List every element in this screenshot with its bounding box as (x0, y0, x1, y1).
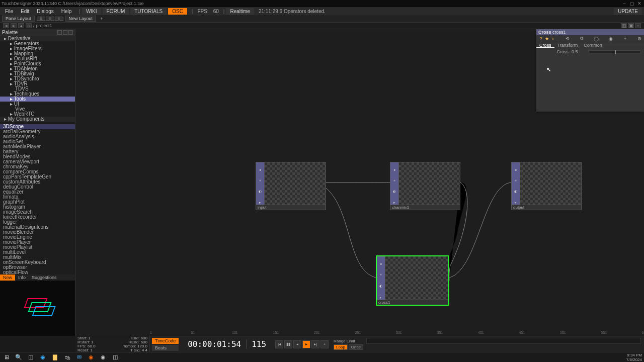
taskbar: ⊞ 🔍 ◫ ◉ ▇ 🛍 ✉ ◉ ◉ ◫ 9:34 PM 7/8/2024 (0, 352, 644, 362)
rewind-start-icon[interactable]: |◂ (275, 340, 283, 348)
circle-icon[interactable]: ◯ (594, 36, 599, 41)
update-button[interactable]: UPDATE (614, 8, 642, 15)
path-seg[interactable]: project1 (36, 23, 52, 28)
param-tab-common[interactable]: Common (581, 42, 605, 48)
step-back-icon[interactable]: ▮▮ (284, 340, 292, 348)
help-icon[interactable]: ? (538, 36, 543, 41)
taskview-icon[interactable]: ◫ (26, 353, 35, 361)
mail-icon[interactable]: ✉ (74, 353, 84, 361)
panelayout-drop[interactable]: Pane Layout (2, 16, 35, 22)
palette-tree[interactable]: ▸ Derivative▸ Generators▸ ImageFilters▸ … (0, 36, 75, 124)
step-fwd-icon[interactable]: ▸| (311, 340, 319, 348)
palette-list[interactable]: 3DScopearcBallGeometryaudioAnalysisaudio… (0, 124, 75, 275)
clock-date: 7/8/2024 (626, 357, 642, 362)
min-icon[interactable]: – (621, 1, 627, 6)
tab-suggestions[interactable]: Suggestions (29, 275, 60, 281)
parameter-panel: Cross cross1 ? ★ i ⟲ ⧉ ◯ ◉ + ⚙ Cross Tra… (536, 29, 644, 112)
tab-wiki[interactable]: WIKI (82, 8, 101, 15)
collapse-icon[interactable] (68, 30, 73, 35)
node-chanmix[interactable]: ●+◐▸ chanmix1 (390, 162, 460, 210)
play-icon[interactable]: ▸ (302, 340, 310, 348)
gear-icon[interactable]: ⚙ (637, 36, 642, 41)
clock-time: 9:34 PM (626, 353, 642, 357)
pane-split-icon[interactable]: ▥ (621, 23, 627, 28)
lang-icon[interactable]: ⟲ (565, 36, 570, 41)
search-icon[interactable]: 🔍 (14, 353, 23, 361)
close-icon[interactable]: ✕ (636, 1, 642, 6)
timecode-mode[interactable]: TimeCode (152, 338, 179, 344)
add-key-icon[interactable]: + (320, 340, 329, 348)
layout-preset[interactable] (41, 17, 45, 21)
port-dot-icon[interactable]: ● (258, 167, 262, 171)
palette-panel: Palette ▸ Derivative▸ Generators▸ ImageF… (0, 29, 75, 336)
folder-icon[interactable] (63, 30, 67, 35)
obs-icon[interactable]: ◉ (99, 353, 108, 361)
plus-icon[interactable]: + (622, 36, 627, 41)
palette-title: Palette (0, 29, 75, 36)
tab-new[interactable]: New (0, 275, 15, 281)
explorer-icon[interactable]: ▇ (50, 353, 59, 361)
frame-value[interactable]: 115 (246, 339, 271, 349)
port-eye-icon[interactable]: ◐ (258, 190, 262, 194)
pane-max-icon[interactable]: ▣ (628, 23, 634, 28)
menu-file[interactable]: File (2, 8, 16, 15)
list-item[interactable]: opticalFlow (0, 270, 75, 275)
once-button[interactable]: Once (349, 344, 363, 350)
star-icon[interactable]: ★ (544, 36, 549, 41)
param-name: cross1 (552, 30, 566, 35)
edge-icon[interactable]: ◉ (38, 353, 47, 361)
pane-close-icon[interactable]: ▫ (635, 23, 641, 28)
target-icon[interactable]: ◉ (608, 36, 613, 41)
port-plus-icon[interactable]: + (258, 178, 262, 183)
param-tab-cross[interactable]: Cross (536, 42, 554, 48)
start-icon[interactable]: ⊞ (2, 353, 11, 361)
nav-home-icon[interactable]: ⌂ (26, 23, 32, 28)
layout-bar: Pane Layout New Layout + (0, 15, 644, 22)
mode-realtime[interactable]: Realtime (226, 8, 254, 15)
param-slider[interactable] (589, 50, 641, 53)
refresh-icon[interactable] (57, 30, 62, 35)
nav-back-icon[interactable]: ◂ (3, 23, 9, 28)
port-arrow-icon[interactable]: ▸ (258, 201, 262, 205)
td-icon[interactable]: ◫ (111, 353, 120, 361)
store-icon[interactable]: 🛍 (62, 353, 71, 361)
param-tab-transform[interactable]: Transform (554, 42, 581, 48)
info-icon[interactable]: i (550, 36, 555, 41)
play-back-icon[interactable]: ◂ (293, 340, 301, 348)
layout-preset[interactable] (55, 17, 59, 21)
palette-preview (0, 281, 75, 336)
max-icon[interactable]: ▢ (629, 1, 635, 6)
timecode-submode[interactable]: Beats (152, 345, 179, 351)
add-layout-icon[interactable]: + (98, 16, 105, 21)
timecode-value[interactable]: 00:00:01:54 (183, 339, 246, 349)
timeline-track[interactable] (366, 338, 641, 344)
node-output[interactable]: ●+◐▸ output (511, 162, 582, 210)
layout-preset[interactable] (46, 17, 50, 21)
node-cross[interactable]: ●+◐▸ cross1 (376, 255, 449, 306)
tree-item[interactable]: ▸ TDVR (0, 81, 75, 86)
menubar: File Edit Dialogs Help | WIKI FORUM TUTO… (0, 7, 644, 15)
loop-button[interactable]: Loop (334, 344, 348, 350)
tab-info[interactable]: Info (15, 275, 29, 281)
layout-preset[interactable] (37, 17, 41, 21)
path-root[interactable]: / (33, 23, 35, 28)
copy-icon[interactable]: ⧉ (579, 36, 584, 41)
newlayout-drop[interactable]: New Layout (65, 16, 97, 22)
nav-up-icon[interactable]: ▴ (18, 23, 24, 28)
node-input[interactable]: ●+◐▸ input (256, 162, 326, 210)
menu-dialogs[interactable]: Dialogs (34, 8, 56, 15)
menu-edit[interactable]: Edit (18, 8, 32, 15)
firefox-icon[interactable]: ◉ (87, 353, 96, 361)
network-editor[interactable]: ●+◐▸ input ●+◐▸ chanmix1 ●+◐▸ output ●+◐… (75, 29, 644, 336)
tree-item[interactable]: ▸ UI (0, 102, 75, 107)
tab-tutorials[interactable]: TUTORIALS (130, 8, 167, 15)
tab-osc[interactable]: OSC (168, 8, 187, 15)
tree-item[interactable]: ▸ My Components (0, 117, 75, 122)
layout-preset[interactable] (50, 17, 54, 21)
tab-forum[interactable]: FORUM (103, 8, 129, 15)
param-value[interactable]: 0.5 (572, 49, 589, 54)
menu-help[interactable]: Help (58, 8, 75, 15)
node-label: chanmix1 (392, 205, 409, 210)
nav-fwd-icon[interactable]: ▸ (11, 23, 17, 28)
layout-preset[interactable] (59, 17, 63, 21)
